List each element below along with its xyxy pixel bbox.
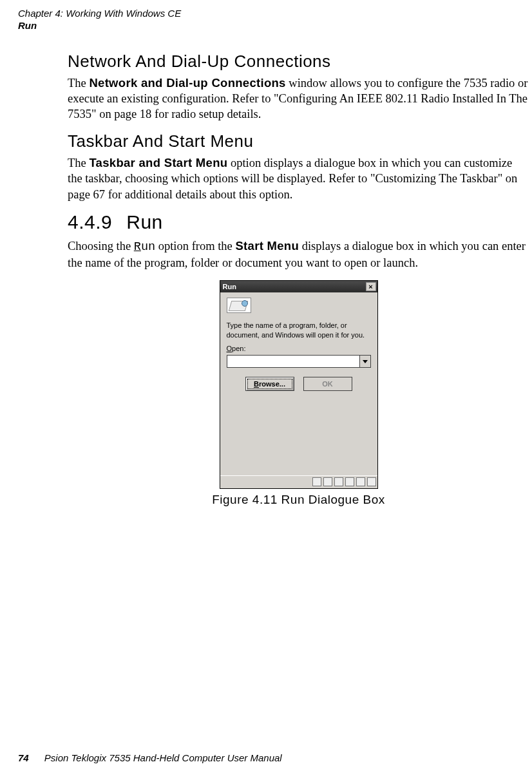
mono-run: Run bbox=[134, 240, 155, 254]
dialog-body: Type the name of a program, folder, or d… bbox=[220, 292, 377, 392]
heading-network: Network And Dial-Up Connections bbox=[68, 52, 529, 71]
tray-icon bbox=[323, 477, 332, 486]
run-icon bbox=[227, 298, 251, 313]
chapter-line: Chapter 4: Working With Windows CE bbox=[18, 8, 532, 20]
tray-icon bbox=[312, 477, 321, 486]
dialog-titlebar: Run × bbox=[220, 281, 377, 292]
dialog-title: Run bbox=[223, 281, 236, 292]
page-footer: 74 Psion Teklogix 7535 Hand-Held Compute… bbox=[18, 752, 282, 763]
page-number: 74 bbox=[18, 752, 29, 763]
open-label: Open: bbox=[227, 345, 371, 352]
ok-button[interactable]: OK bbox=[303, 377, 352, 391]
open-input-row bbox=[227, 355, 371, 368]
combo-dropdown-button[interactable] bbox=[359, 355, 371, 368]
page-content: Network And Dial-Up Connections The Netw… bbox=[0, 32, 532, 507]
heading-run-title: Run bbox=[126, 211, 163, 233]
browse-button[interactable]: Browse... bbox=[245, 377, 294, 391]
page-header: Chapter 4: Working With Windows CE Run bbox=[0, 0, 532, 32]
bold-startmenu: Start Menu bbox=[235, 239, 299, 252]
tray-icon bbox=[334, 477, 343, 486]
footer-text: Psion Teklogix 7535 Hand-Held Computer U… bbox=[44, 752, 282, 763]
open-input[interactable] bbox=[227, 355, 359, 368]
chevron-down-icon bbox=[363, 360, 368, 363]
bold-network-phrase: Network and Dial-up Connections bbox=[89, 76, 285, 90]
para-taskbar: The Taskbar and Start Menu option displa… bbox=[68, 155, 529, 202]
para-run: Choosing the Run option from the Start M… bbox=[68, 238, 529, 271]
heading-taskbar: Taskbar And Start Menu bbox=[68, 131, 529, 151]
heading-run: 4.4.9Run bbox=[68, 211, 529, 233]
figure-caption: Figure 4.11 Run Dialogue Box bbox=[68, 493, 529, 507]
tray-icon bbox=[356, 477, 365, 486]
tray-icon bbox=[345, 477, 354, 486]
bold-taskbar-phrase: Taskbar and Start Menu bbox=[89, 156, 227, 169]
section-line: Run bbox=[18, 20, 532, 32]
close-button[interactable]: × bbox=[366, 282, 376, 291]
run-dialog: Run × Type the name of a program, folder… bbox=[220, 280, 378, 489]
figure-wrap: Run × Type the name of a program, folder… bbox=[68, 280, 529, 507]
dialog-buttons: Browse... OK bbox=[227, 377, 371, 391]
dialog-instruction: Type the name of a program, folder, or d… bbox=[227, 321, 371, 340]
dialog-taskbar bbox=[220, 475, 377, 488]
heading-run-number: 4.4.9 bbox=[68, 211, 112, 233]
para-network: The Network and Dial-up Connections wind… bbox=[68, 75, 529, 122]
tray-icon bbox=[367, 477, 376, 486]
